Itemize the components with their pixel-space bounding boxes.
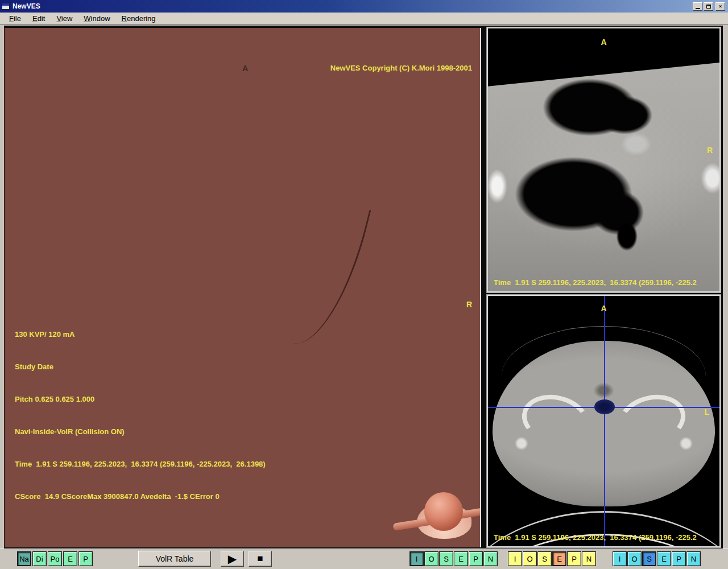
volr-table-button[interactable]: VolR Table (138, 551, 211, 567)
orientation-label-anterior: A (601, 304, 606, 313)
nav-button-na[interactable]: Na (17, 551, 31, 566)
group1-button-i[interactable]: I (410, 551, 424, 566)
group2-button-s[interactable]: S (537, 551, 552, 566)
group2-button-p[interactable]: P (567, 551, 581, 566)
status-kvp: 130 KVP/ 120 mA (15, 329, 266, 340)
orientation-label-left: L (704, 407, 709, 417)
group3-button-n[interactable]: N (686, 551, 701, 566)
group2-button-o[interactable]: O (523, 551, 537, 566)
title-bar[interactable]: NewVES ✕ (0, 0, 728, 13)
group2-button-n[interactable]: N (582, 551, 596, 566)
bottom-toolbar: Na Di Po E P VolR Table ▶ ■ I O S E P N … (0, 549, 728, 569)
coronal-time-readout: Time 1.91 S 259.1196, 225.2023, 16.3374 … (494, 278, 721, 287)
nav-button-e[interactable]: E (63, 551, 77, 566)
group3-button-i[interactable]: I (613, 551, 627, 566)
group3-button-p[interactable]: P (672, 551, 686, 566)
play-icon[interactable]: ▶ (221, 551, 244, 567)
coronal-ct-image (488, 28, 719, 291)
menu-file[interactable]: File (3, 13, 27, 24)
close-icon[interactable]: ✕ (715, 2, 725, 11)
group1-button-s[interactable]: S (439, 551, 453, 566)
orientation-label-anterior: A (242, 64, 248, 73)
iliac-wing-right (613, 388, 690, 452)
coronal-ct-view[interactable]: A R Time 1.91 S 259.1196, 225.2023, 16.3… (487, 27, 721, 292)
status-pitch: Pitch 0.625 0.625 1.000 (15, 394, 266, 405)
avatar-sphere (424, 492, 463, 531)
iliac-wing-left (516, 388, 594, 452)
menu-bar: File Edit View Window Rendering (0, 13, 728, 25)
status-overlay: 130 KVP/ 120 mA Study Date Pitch 0.625 0… (15, 307, 266, 523)
nav-button-p[interactable]: P (78, 551, 93, 566)
menu-view[interactable]: View (51, 13, 78, 24)
orientation-label-right: R (466, 300, 472, 309)
axial-time-readout: Time 1.91 S 259.1196, 225.2023, 16.3374 … (494, 533, 721, 542)
group2-button-i[interactable]: I (508, 551, 522, 566)
nav-button-di[interactable]: Di (32, 551, 47, 566)
window-title: NewVES (13, 2, 693, 10)
stop-icon[interactable]: ■ (249, 551, 272, 567)
menu-window[interactable]: Window (78, 13, 115, 24)
copyright-text: NewVES Copyright (C) K.Mori 1998-2001 (330, 64, 472, 72)
minimize-button[interactable] (693, 2, 702, 11)
app-icon (2, 3, 10, 10)
group3-button-e[interactable]: E (657, 551, 671, 566)
menu-rendering[interactable]: Rendering (116, 13, 162, 24)
group1-button-e[interactable]: E (454, 551, 468, 566)
restore-button[interactable] (704, 2, 713, 11)
group3-button-s[interactable]: S (642, 551, 656, 566)
status-study-date: Study Date (15, 361, 266, 372)
orientation-label-right: R (707, 146, 713, 155)
endoscopic-3d-view[interactable]: A R NewVES Copyright (C) K.Mori 1998-200… (5, 28, 481, 547)
group1-button-p[interactable]: P (469, 551, 483, 566)
group1-button-n[interactable]: N (483, 551, 498, 566)
status-time-position: Time 1.91 S 259.1196, 225.2023, 16.3374 … (15, 459, 266, 469)
group1-button-o[interactable]: O (424, 551, 439, 566)
menu-edit[interactable]: Edit (27, 13, 51, 24)
crosshair-marker (594, 399, 615, 414)
camera-avatar (393, 488, 481, 542)
crosshair-vertical (604, 296, 605, 546)
status-navi-mode: Navi-Inside-VolR (Collision ON) (15, 426, 266, 437)
axial-ct-view[interactable]: A L Time 1.91 S 259.1196, 225.2023, 16.3… (487, 295, 721, 547)
group3-button-o[interactable]: O (627, 551, 642, 566)
orientation-label-anterior: A (601, 38, 606, 47)
group2-button-e[interactable]: E (552, 551, 566, 566)
status-cscore: CScore 14.9 CScoreMax 3900847.0 Avedelta… (15, 491, 266, 502)
nav-button-po[interactable]: Po (48, 551, 62, 566)
